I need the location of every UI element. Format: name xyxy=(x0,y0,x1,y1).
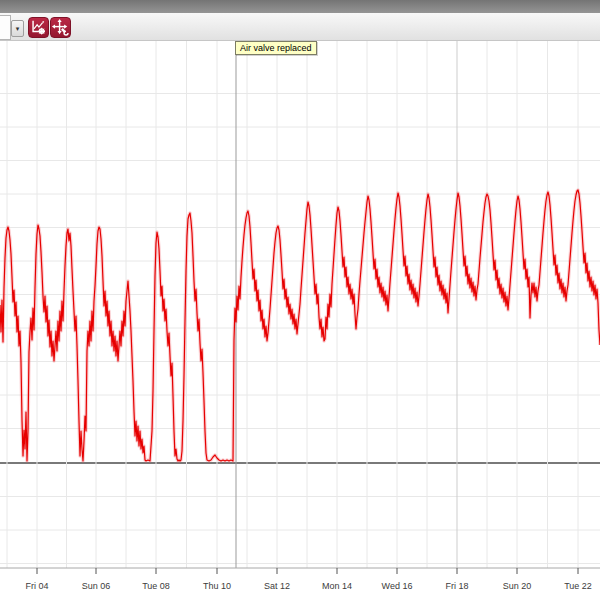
x-tick-label: Fri 18 xyxy=(445,581,468,591)
move-arrows-wrench-icon xyxy=(51,18,70,37)
x-tick-label: Tue 08 xyxy=(142,581,170,591)
x-tick-label: Sun 06 xyxy=(82,581,111,591)
series-main-line xyxy=(0,190,600,461)
series-line xyxy=(0,190,600,461)
trend-viewer-window: Fri 04Sun 06Tue 08Thu 10Sat 12Mon 14Wed … xyxy=(0,0,600,600)
window-titlebar-strip xyxy=(0,0,600,13)
chart-settings-button[interactable] xyxy=(28,17,49,38)
x-tick-label: Thu 10 xyxy=(203,581,231,591)
toolbar: ▾ xyxy=(0,13,600,41)
pan-config-button[interactable] xyxy=(50,17,71,38)
chevron-down-icon: ▾ xyxy=(16,25,20,32)
x-tick-label: Mon 14 xyxy=(322,581,352,591)
x-tick-label: Sat 12 xyxy=(264,581,290,591)
x-axis: Fri 04Sun 06Tue 08Thu 10Sat 12Mon 14Wed … xyxy=(0,568,600,591)
x-tick-label: Sun 20 xyxy=(503,581,532,591)
x-tick-label: Tue 22 xyxy=(564,581,592,591)
x-tick-label: Wed 16 xyxy=(382,581,413,591)
annotation-flag[interactable]: Air valve replaced xyxy=(235,41,317,55)
trend-chart[interactable]: Fri 04Sun 06Tue 08Thu 10Sat 12Mon 14Wed … xyxy=(0,0,600,600)
dropdown-button[interactable]: ▾ xyxy=(11,20,24,37)
x-tick-label: Fri 04 xyxy=(25,581,48,591)
chart-gear-icon xyxy=(29,18,48,37)
clipped-toolbar-button[interactable] xyxy=(0,15,11,40)
